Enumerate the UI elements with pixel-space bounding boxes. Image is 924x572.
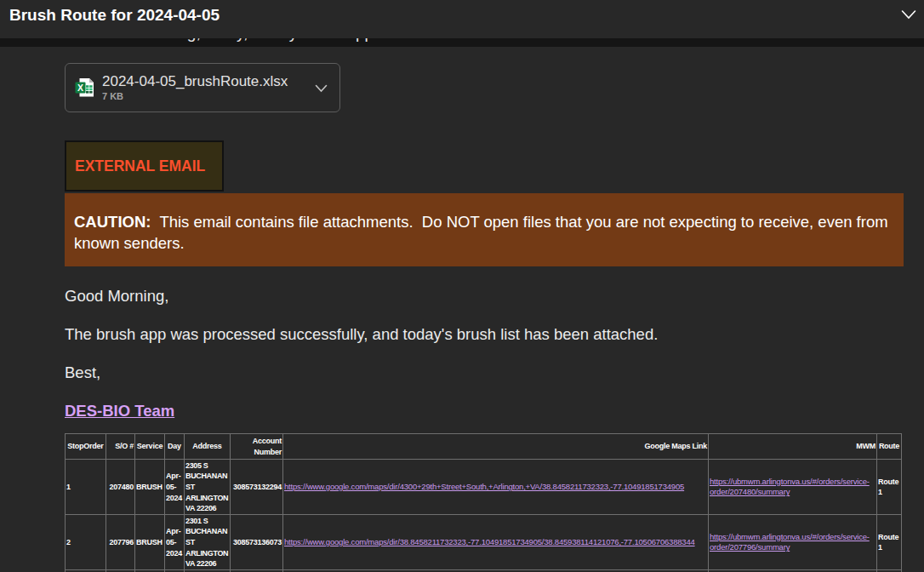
svg-text:X: X xyxy=(77,83,83,93)
caution-banner: CAUTION: This email contains file attach… xyxy=(65,193,904,266)
caution-text: This email contains file attachments. Do… xyxy=(74,213,893,252)
caution-prefix: CAUTION: xyxy=(74,213,151,231)
header-account-number: Account Number xyxy=(231,434,283,460)
table-header-row: StopOrder S/O # Service Day Address Acco… xyxy=(66,434,902,460)
cell-account-number: 308573132294 xyxy=(231,460,283,515)
subject-bar: Brush Route for 2024-04-05 xyxy=(0,0,924,38)
route-row-2: 2 207796 BRUSH Apr-05-2024 2301 S BUCHAN… xyxy=(66,515,902,570)
header-mwm: MWM xyxy=(709,434,877,460)
header-google-maps-link: Google Maps Link xyxy=(283,434,709,460)
collapse-thread-chevron-icon[interactable] xyxy=(901,9,916,20)
cell-route: Route 1 xyxy=(877,515,902,570)
header-stop-order: StopOrder xyxy=(66,434,106,460)
header-day: Day xyxy=(165,434,185,460)
cell-day: Apr-05-2024 xyxy=(165,515,185,570)
attachment-filesize: 7 KB xyxy=(102,91,288,102)
header-service: Service xyxy=(135,434,165,460)
cell-address: 2305 S BUCHANAN ST ARLINGTON VA 22206 xyxy=(185,460,231,515)
external-email-badge: EXTERNAL EMAIL xyxy=(65,140,224,192)
cell-service: BRUSH xyxy=(135,460,165,515)
signature-paragraph: DES-BIO Team xyxy=(65,400,904,421)
route-table: StopOrder S/O # Service Day Address Acco… xyxy=(65,433,902,572)
mwm-link[interactable]: https://ubmwm.arlingtonva.us/#/orders/se… xyxy=(710,532,870,552)
cell-stop-order: 2 xyxy=(66,515,106,570)
external-email-label: EXTERNAL EMAIL xyxy=(75,157,205,175)
attachment-filename: 2024-04-05_brushRoute.xlsx xyxy=(102,73,288,90)
attachment-card[interactable]: X 2024-04-05_brushRoute.xlsx 7 KB xyxy=(65,63,340,112)
signature-link[interactable]: DES-BIO Team xyxy=(65,402,174,420)
email-body: Good Morning, The brush app was processe… xyxy=(65,285,904,438)
closing-paragraph: Best, xyxy=(65,362,904,383)
cell-so-number: 207480 xyxy=(106,460,135,515)
attachment-meta: 2024-04-05_brushRoute.xlsx 7 KB xyxy=(102,73,288,102)
cell-address: 2301 S BUCHANAN ST ARLINGTON VA 22206 xyxy=(185,515,231,570)
route-row-1: 1 207480 BRUSH Apr-05-2024 2305 S BUCHAN… xyxy=(66,460,902,515)
message-body-area: X 2024-04-05_brushRoute.xlsx 7 KB EXTERN… xyxy=(0,47,924,572)
header-so-number: S/O # xyxy=(106,434,135,460)
google-maps-link[interactable]: https://www.google.com/maps/dir/4300+29t… xyxy=(284,482,684,491)
mwm-link[interactable]: https://ubmwm.arlingtonva.us/#/orders/se… xyxy=(710,477,870,497)
email-subject: Brush Route for 2024-04-05 xyxy=(9,6,220,25)
cell-route: Route 1 xyxy=(877,460,902,515)
route-table-container: StopOrder S/O # Service Day Address Acco… xyxy=(65,433,915,572)
excel-file-icon: X xyxy=(75,77,94,98)
collapsed-message-preview: Good Morning, today, Friday brush app xyxy=(94,38,374,43)
cell-stop-order: 1 xyxy=(66,460,106,515)
header-address: Address xyxy=(185,434,231,460)
cell-day: Apr-05-2024 xyxy=(165,460,185,515)
message-paragraph: The brush app was processed successfully… xyxy=(65,323,904,345)
greeting-paragraph: Good Morning, xyxy=(65,285,904,306)
header-route: Route xyxy=(877,434,902,460)
attachment-options-chevron-icon[interactable] xyxy=(315,84,328,93)
cell-service: BRUSH xyxy=(135,515,165,570)
email-reading-pane: Brush Route for 2024-04-05 Good Morning,… xyxy=(0,0,924,572)
google-maps-link[interactable]: https://www.google.com/maps/dir/38.84582… xyxy=(284,537,695,546)
cell-account-number: 308573136073 xyxy=(231,515,283,570)
cell-so-number: 207796 xyxy=(106,515,135,570)
collapsed-message-strip[interactable]: Good Morning, today, Friday brush app xyxy=(0,38,924,47)
